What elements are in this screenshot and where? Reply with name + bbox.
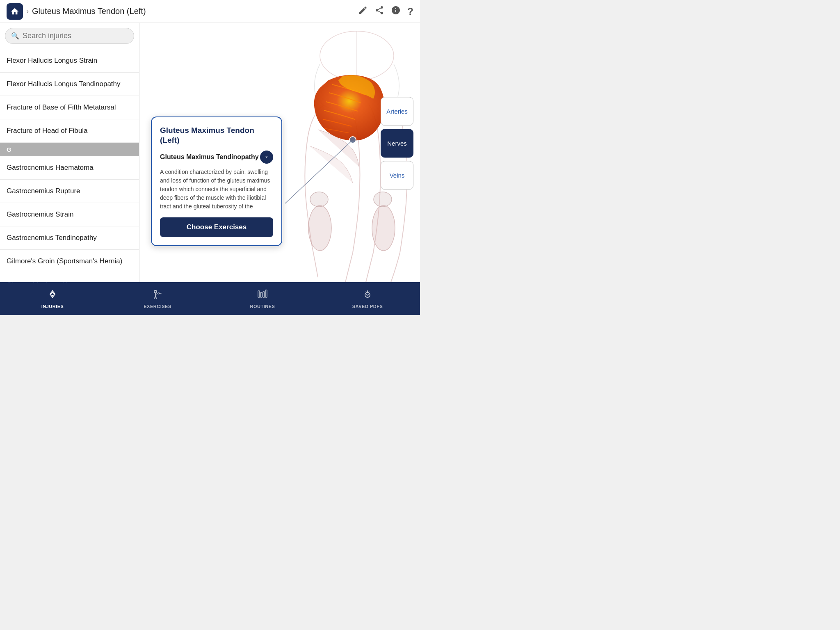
svg-point-8 bbox=[52, 295, 53, 297]
injuries-nav-label: INJURIES bbox=[41, 304, 64, 309]
choose-exercises-button[interactable]: Choose Exercises bbox=[160, 217, 273, 237]
info-popup: Gluteus Maximus Tendon (Left) Gluteus Ma… bbox=[151, 116, 282, 246]
breadcrumb-chevron: › bbox=[26, 7, 29, 16]
breadcrumb-area: › Gluteus Maximus Tendon (Left) bbox=[7, 3, 353, 20]
injuries-svg-icon bbox=[47, 288, 58, 300]
info-button[interactable] bbox=[391, 5, 401, 18]
sidebar-item-flexor-hallucis-strain[interactable]: Flexor Hallucis Longus Strain bbox=[0, 49, 139, 73]
exercises-svg-icon bbox=[152, 288, 163, 300]
edit-button[interactable] bbox=[358, 5, 368, 18]
home-icon bbox=[10, 7, 19, 16]
svg-point-5 bbox=[374, 192, 392, 207]
routines-nav-label: ROUTINES bbox=[250, 304, 275, 309]
right-panel: Arteries Nerves Veins bbox=[381, 97, 413, 189]
popup-description: A condition characterized by pain, swell… bbox=[160, 168, 273, 211]
sidebar-item-gastrocnemius-haematoma[interactable]: Gastrocnemius Haematoma bbox=[0, 156, 139, 180]
popup-dropdown-button[interactable] bbox=[260, 151, 273, 164]
sidebar-item-flexor-hallucis-tendinopathy[interactable]: Flexor Hallucis Longus Tendinopathy bbox=[0, 73, 139, 96]
sidebar-list: Flexor Hallucis Longus Strain Flexor Hal… bbox=[0, 49, 139, 282]
share-button[interactable] bbox=[374, 5, 384, 18]
svg-rect-10 bbox=[258, 291, 260, 297]
saved-pdfs-nav-item[interactable]: SAVED PDFs bbox=[315, 285, 420, 312]
sidebar: 🔍 Flexor Hallucis Longus Strain Flexor H… bbox=[0, 23, 139, 282]
saved-pdfs-nav-label: SAVED PDFs bbox=[352, 304, 383, 309]
top-bar: › Gluteus Maximus Tendon (Left) ? bbox=[0, 0, 420, 23]
injuries-icon bbox=[47, 288, 58, 302]
routines-icon bbox=[257, 288, 268, 302]
info-icon bbox=[391, 5, 401, 15]
svg-rect-13 bbox=[265, 290, 267, 297]
svg-point-4 bbox=[310, 192, 328, 207]
veins-button[interactable]: Veins bbox=[381, 161, 413, 189]
svg-rect-12 bbox=[263, 292, 265, 297]
search-icon: 🔍 bbox=[11, 32, 19, 40]
sidebar-item-gilmores-groin[interactable]: Gilmore's Groin (Sportsman's Hernia) bbox=[0, 250, 139, 273]
exercises-nav-label: EXERCISES bbox=[144, 304, 171, 309]
header-actions: ? bbox=[358, 5, 413, 18]
search-input[interactable] bbox=[23, 32, 128, 40]
arteries-button[interactable]: Arteries bbox=[381, 97, 413, 126]
popup-subtitle-row: Gluteus Maximus Tendinopathy bbox=[160, 151, 273, 164]
popup-subtitle: Gluteus Maximus Tendinopathy bbox=[160, 153, 259, 161]
routines-nav-item[interactable]: ROUTINES bbox=[210, 285, 315, 312]
page-title: Gluteus Maximus Tendon (Left) bbox=[32, 7, 146, 16]
chevron-down-icon bbox=[264, 154, 269, 160]
saved-pdfs-icon bbox=[362, 288, 373, 302]
sidebar-item-gluteus-maximus-haematoma[interactable]: Gluteus Maximus Haematoma bbox=[0, 273, 139, 282]
savedpdfs-svg-icon bbox=[362, 288, 373, 300]
sidebar-item-gastrocnemius-strain[interactable]: Gastrocnemius Strain bbox=[0, 203, 139, 226]
nerves-button[interactable]: Nerves bbox=[381, 129, 413, 158]
home-button[interactable] bbox=[7, 3, 23, 20]
svg-point-3 bbox=[372, 205, 395, 251]
injuries-nav-item[interactable]: INJURIES bbox=[0, 285, 105, 312]
popup-title: Gluteus Maximus Tendon (Left) bbox=[160, 126, 273, 146]
svg-point-2 bbox=[308, 205, 331, 251]
sidebar-item-gastrocnemius-rupture[interactable]: Gastrocnemius Rupture bbox=[0, 180, 139, 203]
routines-svg-icon bbox=[257, 288, 268, 300]
share-icon bbox=[374, 5, 384, 15]
help-button[interactable]: ? bbox=[407, 6, 413, 17]
sidebar-item-gastrocnemius-tendinopathy[interactable]: Gastrocnemius Tendinopathy bbox=[0, 226, 139, 250]
exercises-nav-item[interactable]: EXERCISES bbox=[105, 285, 210, 312]
search-box: 🔍 bbox=[5, 28, 134, 44]
section-header-g: G bbox=[0, 143, 139, 156]
main-area: 🔍 Flexor Hallucis Longus Strain Flexor H… bbox=[0, 23, 420, 282]
exercises-icon bbox=[152, 288, 163, 302]
search-container: 🔍 bbox=[0, 23, 139, 49]
app-container: › Gluteus Maximus Tendon (Left) ? bbox=[0, 0, 420, 315]
svg-rect-11 bbox=[260, 292, 262, 297]
sidebar-item-fracture-base-fifth-metatarsal[interactable]: Fracture of Base of Fifth Metatarsal bbox=[0, 96, 139, 119]
content-area: Gluteus Maximus Tendon (Left) Gluteus Ma… bbox=[139, 23, 420, 282]
bottom-nav: INJURIES EXERCISES bbox=[0, 282, 420, 315]
svg-point-9 bbox=[154, 290, 157, 293]
sidebar-item-fracture-head-fibula[interactable]: Fracture of Head of Fibula bbox=[0, 119, 139, 143]
edit-icon bbox=[358, 5, 368, 15]
